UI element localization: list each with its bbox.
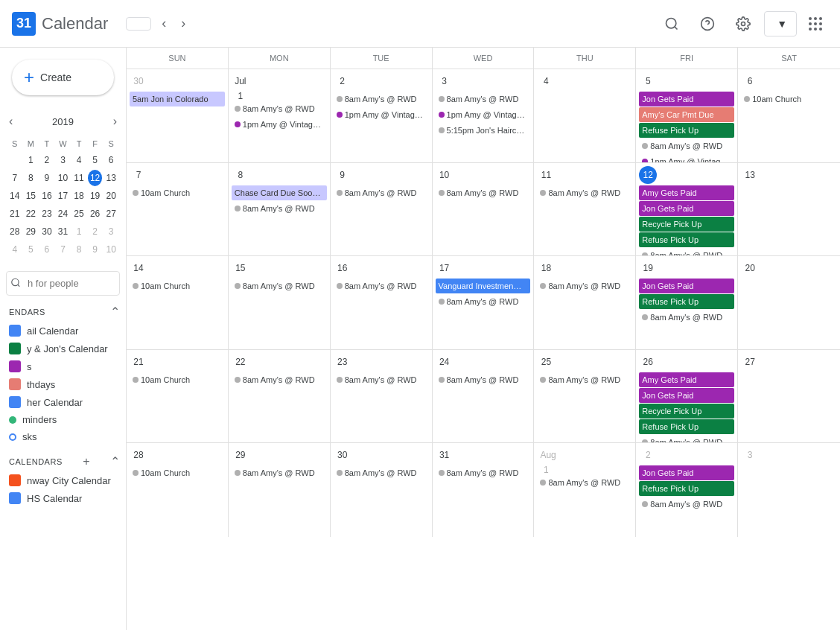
my-calendars-toggle[interactable]: ⌃ <box>110 305 120 319</box>
mini-cal-day[interactable]: 7 <box>7 170 22 186</box>
mini-cal-day[interactable]: 9 <box>88 241 103 258</box>
mini-prev-button[interactable]: ‹ <box>6 113 16 130</box>
help-button[interactable] <box>693 9 722 39</box>
prev-button[interactable]: ‹ <box>157 11 171 36</box>
calendar-event[interactable]: 5:15pm Jon's Hairc… <box>436 123 531 138</box>
calendar-event[interactable]: Jon Gets Paid <box>639 201 734 216</box>
mini-cal-day[interactable]: 2 <box>39 152 54 168</box>
mini-cal-day[interactable]: 16 <box>39 188 54 204</box>
mini-cal-day[interactable]: 10 <box>56 170 71 186</box>
mini-next-button[interactable]: › <box>110 113 120 130</box>
mini-cal-day[interactable]: 18 <box>71 188 86 204</box>
calendar-event[interactable]: 8am Amy's @ RWD <box>334 372 429 387</box>
calendar-cell[interactable]: 228am Amy's @ RWD <box>229 350 331 443</box>
mini-cal-day[interactable]: 1 <box>71 223 86 240</box>
mini-cal-day[interactable]: 27 <box>104 206 118 222</box>
mini-cal-day[interactable]: 21 <box>7 206 22 222</box>
calendar-item-s[interactable]: s <box>0 357 126 375</box>
calendar-event[interactable]: Jon Gets Paid <box>639 92 734 106</box>
mini-cal-day[interactable]: 22 <box>24 206 39 222</box>
calendar-event[interactable]: 8am Amy's @ RWD <box>537 475 632 490</box>
calendar-cell[interactable]: 28am Amy's @ RWD1pm Amy @ Vintag… <box>331 69 433 162</box>
calendar-item-jons[interactable]: y & Jon's Calendar <box>0 340 126 357</box>
calendar-cell[interactable]: 3 <box>738 443 840 537</box>
create-button[interactable]: + Create <box>12 60 114 95</box>
calendar-item-other[interactable]: her Calendar <box>0 393 126 411</box>
mini-cal-day[interactable]: 26 <box>88 206 103 222</box>
my-calendars-header[interactable]: endars ⌃ <box>0 302 126 322</box>
mini-cal-day[interactable]: 5 <box>24 241 39 258</box>
mini-cal-day[interactable]: 6 <box>39 241 54 258</box>
today-button[interactable] <box>126 17 151 31</box>
calendar-cell[interactable]: 5Jon Gets PaidAmy's Car Pmt DueRefuse Pi… <box>636 69 738 162</box>
calendar-event[interactable]: 8am Amy's @ RWD <box>232 101 327 116</box>
next-button[interactable]: › <box>176 11 190 36</box>
calendar-event[interactable]: 8am Amy's @ RWD <box>334 279 429 293</box>
mini-cal-day[interactable] <box>7 152 22 168</box>
calendar-cell[interactable]: 318am Amy's @ RWD <box>433 443 535 537</box>
calendar-event[interactable]: Recycle Pick Up <box>639 217 734 232</box>
mini-cal-day[interactable]: 13 <box>104 170 118 186</box>
calendar-cell[interactable]: 8Chase Card Due Soo…8am Amy's @ RWD <box>229 163 331 256</box>
calendar-event[interactable]: 8am Amy's @ RWD <box>639 310 734 325</box>
mini-cal-day[interactable]: 28 <box>7 223 22 240</box>
calendar-event[interactable]: 8am Amy's @ RWD <box>436 465 531 480</box>
calendar-cell[interactable]: Aug 18am Amy's @ RWD <box>534 443 636 537</box>
calendar-cell[interactable]: 2Jon Gets PaidRefuse Pick Up8am Amy's @ … <box>636 443 738 537</box>
calendar-item-tasks[interactable]: sks <box>0 428 126 445</box>
calendar-event[interactable]: 5am Jon in Colorado <box>130 92 225 106</box>
calendar-event[interactable]: 8am Amy's @ RWD <box>639 497 734 512</box>
mini-cal-day[interactable]: 11 <box>71 170 86 186</box>
calendar-cell[interactable]: 168am Amy's @ RWD <box>331 256 433 349</box>
calendar-event[interactable]: 8am Amy's @ RWD <box>537 185 632 200</box>
calendar-event[interactable]: Amy Gets Paid <box>639 185 734 200</box>
calendar-item-conway[interactable]: nway City Calendar <box>0 471 126 489</box>
calendar-event[interactable]: 8am Amy's @ RWD <box>232 201 327 216</box>
calendar-cell[interactable]: 238am Amy's @ RWD <box>331 350 433 443</box>
calendar-event[interactable]: Jon Gets Paid <box>639 388 734 403</box>
calendar-event[interactable]: 10am Church <box>130 465 225 480</box>
calendar-event[interactable]: 8am Amy's @ RWD <box>639 435 734 443</box>
calendar-cell[interactable]: 38am Amy's @ RWD1pm Amy @ Vintag…5:15pm … <box>433 69 535 162</box>
calendar-cell[interactable]: 248am Amy's @ RWD <box>433 350 535 443</box>
calendar-cell[interactable]: 305am Jon in Colorado <box>127 69 229 162</box>
calendar-event[interactable]: Amy Gets Paid <box>639 372 734 387</box>
calendar-event[interactable]: 8am Amy's @ RWD <box>232 372 327 387</box>
calendar-event[interactable]: 8am Amy's @ RWD <box>639 248 734 256</box>
mini-cal-day[interactable]: 23 <box>39 206 54 222</box>
mini-cal-day[interactable]: 12 <box>88 170 103 186</box>
mini-cal-day[interactable]: 19 <box>88 188 103 204</box>
calendar-cell[interactable]: 308am Amy's @ RWD <box>331 443 433 537</box>
calendar-cell[interactable]: 1410am Church <box>127 256 229 349</box>
add-calendar-button[interactable]: + <box>83 455 89 468</box>
calendar-event[interactable]: 8am Amy's @ RWD <box>334 185 429 200</box>
calendar-cell[interactable]: 158am Amy's @ RWD <box>229 256 331 349</box>
calendar-event[interactable]: 8am Amy's @ RWD <box>436 92 531 106</box>
mini-cal-day[interactable]: 17 <box>56 188 71 204</box>
mini-cal-day[interactable]: 3 <box>104 223 118 240</box>
calendar-event[interactable]: 10am Church <box>130 279 225 293</box>
calendar-cell[interactable]: 12Amy Gets PaidJon Gets PaidRecycle Pick… <box>636 163 738 256</box>
calendar-event[interactable]: Refuse Pick Up <box>639 419 734 434</box>
mini-cal-day[interactable]: 8 <box>71 241 86 258</box>
calendar-cell[interactable]: 2810am Church <box>127 443 229 537</box>
calendar-event[interactable]: Refuse Pick Up <box>639 123 734 138</box>
calendar-event[interactable]: Refuse Pick Up <box>639 481 734 496</box>
calendar-cell[interactable]: 118am Amy's @ RWD <box>534 163 636 256</box>
calendar-event[interactable]: 10am Church <box>741 92 837 106</box>
mini-cal-day[interactable]: 2 <box>88 223 103 240</box>
calendar-event[interactable]: Amy's Car Pmt Due <box>639 107 734 122</box>
mini-cal-day[interactable]: 7 <box>56 241 71 258</box>
calendar-cell[interactable]: 258am Amy's @ RWD <box>534 350 636 443</box>
view-selector[interactable]: ▼ <box>764 11 797 36</box>
mini-cal-day[interactable]: 4 <box>7 241 22 258</box>
calendar-cell[interactable]: 27 <box>738 350 840 443</box>
calendar-event[interactable]: 8am Amy's @ RWD <box>334 92 429 106</box>
calendar-event[interactable]: 1pm Amy @ Vintag… <box>232 117 327 132</box>
calendar-event[interactable]: Jon Gets Paid <box>639 279 734 293</box>
mini-cal-day[interactable]: 8 <box>24 170 39 186</box>
settings-button[interactable] <box>728 9 758 39</box>
mini-cal-day[interactable]: 5 <box>88 152 103 168</box>
calendar-event[interactable]: Recycle Pick Up <box>639 404 734 419</box>
calendar-item-hs[interactable]: HS Calendar <box>0 489 126 507</box>
